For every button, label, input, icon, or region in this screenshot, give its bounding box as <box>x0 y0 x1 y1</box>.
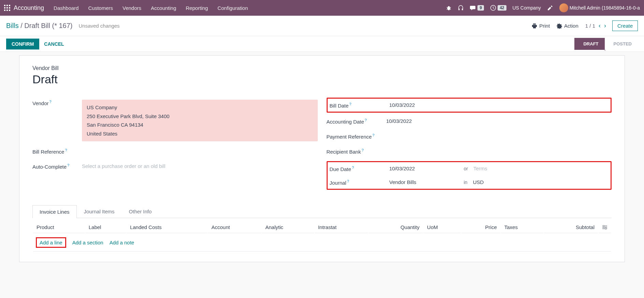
control-bar: Bills / Draft Bill (* 167) Unsaved chang… <box>0 16 644 36</box>
col-quantity[interactable]: Quantity <box>369 222 423 233</box>
tab-journal-items[interactable]: Journal Items <box>77 205 122 218</box>
activities-icon[interactable]: 42 <box>490 5 506 11</box>
bill-date-value[interactable]: 10/03/2022 <box>389 100 609 108</box>
form-sheet: Vendor Bill Draft Vendor? US Company 250… <box>19 55 625 262</box>
breadcrumb-current: Draft Bill (* 167) <box>24 22 72 29</box>
main-menu: Dashboard Customers Vendors Accounting R… <box>54 5 446 11</box>
add-section-link[interactable]: Add a section <box>72 240 103 245</box>
menu-dashboard[interactable]: Dashboard <box>54 5 78 11</box>
svg-rect-7 <box>6 10 8 11</box>
col-taxes[interactable]: Taxes <box>501 222 543 233</box>
form-left-column: Vendor? US Company 250 Executive Park Bl… <box>32 98 318 193</box>
col-account[interactable]: Account <box>208 222 261 233</box>
accounting-date-label: Accounting Date? <box>327 116 386 125</box>
stage-draft[interactable]: DRAFT <box>574 38 604 50</box>
highlight-bill-date: Bill Date? 10/03/2022 <box>327 98 612 113</box>
svg-rect-3 <box>4 7 5 9</box>
tab-invoice-lines[interactable]: Invoice Lines <box>32 205 77 218</box>
field-due-date: Due Date? 10/03/2022 or Terms <box>330 164 609 174</box>
field-accounting-date: Accounting Date? 10/03/2022 <box>327 116 612 126</box>
messages-icon[interactable]: 9 <box>470 5 484 11</box>
company-switcher[interactable]: US Company <box>513 5 541 11</box>
autocomplete-input[interactable]: Select a purchase order or an old bill <box>82 161 318 169</box>
print-button[interactable]: Print <box>532 23 550 29</box>
highlight-due-journal: Due Date? 10/03/2022 or Terms Journal? V… <box>327 161 612 190</box>
col-intrastat[interactable]: Intrastat <box>315 222 368 233</box>
status-stages: DRAFT POSTED <box>574 38 638 50</box>
field-autocomplete: Auto-Complete? Select a purchase order o… <box>32 161 318 171</box>
unsaved-indicator: Unsaved changes <box>79 23 120 29</box>
menu-vendors[interactable]: Vendors <box>123 5 141 11</box>
vendor-name: US Company <box>87 103 313 112</box>
menu-configuration[interactable]: Configuration <box>217 5 248 11</box>
vendor-street: 250 Executive Park Blvd, Suite 3400 <box>87 112 313 121</box>
confirm-button[interactable]: CONFIRM <box>6 39 39 49</box>
recipient-bank-value[interactable] <box>386 146 612 148</box>
messages-badge: 9 <box>477 5 484 11</box>
doc-type: Vendor Bill <box>32 65 612 71</box>
col-subtotal[interactable]: Subtotal <box>544 222 598 233</box>
autocomplete-label: Auto-Complete? <box>32 161 82 170</box>
col-landed[interactable]: Landed Costs <box>127 222 207 233</box>
action-button[interactable]: Action <box>557 23 578 29</box>
journal-value[interactable]: Vendor Bills in USD <box>389 177 609 185</box>
form-right-column: Bill Date? 10/03/2022 Accounting Date? 1… <box>327 98 612 193</box>
breadcrumb-parent[interactable]: Bills <box>6 22 19 29</box>
col-uom[interactable]: UoM <box>424 222 461 233</box>
pager: 1 / 1 ‹ › <box>585 22 606 29</box>
svg-rect-2 <box>9 5 10 6</box>
field-bill-reference: Bill Reference? <box>32 146 318 156</box>
apps-icon[interactable] <box>4 5 10 11</box>
col-analytic[interactable]: Analytic <box>262 222 314 233</box>
field-journal: Journal? Vendor Bills in USD <box>330 177 609 187</box>
col-product[interactable]: Product <box>33 222 85 233</box>
doc-title: Draft <box>32 73 612 86</box>
options-icon[interactable] <box>602 225 607 230</box>
svg-point-10 <box>603 225 604 227</box>
add-note-link[interactable]: Add a note <box>110 240 134 245</box>
create-button[interactable]: Create <box>612 20 638 31</box>
svg-rect-1 <box>6 5 8 6</box>
accounting-date-value[interactable]: 10/03/2022 <box>386 116 612 124</box>
nav-right: 9 42 US Company Mitchell Admin (19845894… <box>446 3 640 12</box>
user-name: Mitchell Admin (19845894-16-0-a <box>570 5 640 11</box>
app-title[interactable]: Accounting <box>14 4 44 12</box>
col-options[interactable] <box>599 222 611 233</box>
vendor-label: Vendor? <box>32 98 82 106</box>
currency-value[interactable]: USD <box>473 179 484 185</box>
vendor-city: San Francisco CA 94134 <box>87 120 313 129</box>
svg-rect-5 <box>9 7 10 9</box>
gear-icon <box>557 23 562 29</box>
menu-customers[interactable]: Customers <box>88 5 113 11</box>
pager-next[interactable]: › <box>604 22 606 29</box>
add-line-link[interactable]: Add a line <box>40 240 62 245</box>
cancel-button[interactable]: CANCEL <box>39 39 69 49</box>
pager-prev[interactable]: ‹ <box>599 22 601 29</box>
print-icon <box>532 23 537 29</box>
support-icon[interactable] <box>458 5 464 11</box>
recipient-bank-label: Recipient Bank? <box>327 146 386 155</box>
payment-reference-label: Payment Reference? <box>327 131 386 140</box>
vendor-country: United States <box>87 129 313 138</box>
col-label[interactable]: Label <box>85 222 126 233</box>
terms-input[interactable]: Terms <box>473 166 487 171</box>
debug-icon[interactable] <box>446 5 452 11</box>
journal-label: Journal? <box>330 177 389 186</box>
activities-badge: 42 <box>498 5 506 11</box>
tab-other-info[interactable]: Other Info <box>122 205 159 218</box>
menu-reporting[interactable]: Reporting <box>186 5 208 11</box>
svg-rect-0 <box>4 5 5 6</box>
col-price[interactable]: Price <box>461 222 500 233</box>
tools-icon[interactable] <box>547 5 553 11</box>
vendor-value[interactable]: US Company 250 Executive Park Blvd, Suit… <box>82 100 318 141</box>
payment-reference-value[interactable] <box>386 131 612 133</box>
stage-posted[interactable]: POSTED <box>605 38 638 50</box>
menu-accounting[interactable]: Accounting <box>151 5 176 11</box>
due-date-value[interactable]: 10/03/2022 or Terms <box>389 164 609 171</box>
bill-reference-value[interactable] <box>82 146 318 148</box>
bill-reference-label: Bill Reference? <box>32 146 82 155</box>
svg-rect-8 <box>9 10 10 11</box>
bill-date-label: Bill Date? <box>330 100 389 109</box>
svg-rect-6 <box>4 10 5 11</box>
user-menu[interactable]: Mitchell Admin (19845894-16-0-a <box>559 3 640 12</box>
